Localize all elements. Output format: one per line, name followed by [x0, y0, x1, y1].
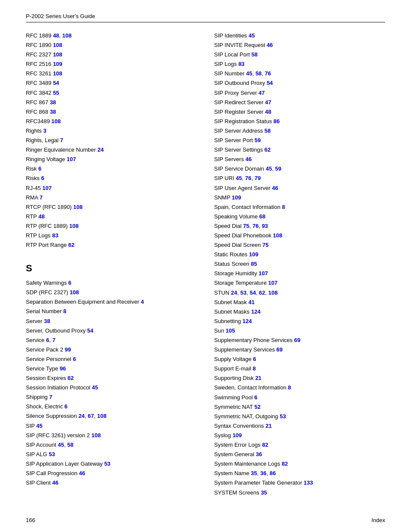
index-link[interactable]: 6: [46, 337, 49, 343]
index-link[interactable]: 46: [79, 470, 85, 476]
index-link[interactable]: 107: [268, 280, 278, 286]
index-link[interactable]: 6: [253, 356, 256, 362]
index-link[interactable]: 45: [58, 442, 64, 448]
index-link[interactable]: 85: [251, 261, 257, 267]
index-link[interactable]: 76: [252, 223, 258, 229]
index-link[interactable]: 109: [53, 61, 62, 67]
index-link[interactable]: 7: [49, 394, 52, 400]
index-link[interactable]: 35: [261, 489, 267, 496]
index-link[interactable]: 53: [104, 460, 110, 467]
index-link[interactable]: 108: [53, 70, 62, 77]
index-link[interactable]: 8: [288, 384, 291, 391]
index-link[interactable]: 58: [255, 70, 262, 77]
index-link[interactable]: 109: [249, 251, 258, 258]
index-link[interactable]: 53: [49, 451, 55, 457]
index-link[interactable]: 3: [43, 128, 46, 134]
index-link[interactable]: 69: [277, 346, 283, 353]
index-link[interactable]: 46: [246, 156, 252, 162]
index-link[interactable]: 46: [52, 479, 58, 486]
index-link[interactable]: 38: [50, 109, 56, 115]
index-link[interactable]: 7: [40, 194, 43, 201]
index-link[interactable]: 107: [67, 156, 76, 162]
index-link[interactable]: 99: [65, 346, 71, 353]
index-link[interactable]: 62: [265, 146, 271, 153]
index-link[interactable]: 6: [73, 356, 76, 362]
index-link[interactable]: 133: [304, 479, 313, 486]
index-link[interactable]: 86: [274, 118, 280, 124]
index-link[interactable]: 59: [275, 165, 281, 172]
index-link[interactable]: 21: [255, 375, 261, 381]
index-link[interactable]: 75: [243, 223, 249, 229]
index-link[interactable]: 62: [259, 289, 265, 296]
index-link[interactable]: 109: [233, 432, 242, 439]
index-link[interactable]: 96: [60, 365, 66, 372]
index-link[interactable]: 108: [53, 42, 62, 48]
index-link[interactable]: 82: [282, 460, 288, 467]
index-link[interactable]: 36: [256, 451, 262, 457]
index-link[interactable]: 54: [87, 327, 93, 334]
index-link[interactable]: 8: [282, 204, 285, 210]
index-link[interactable]: 59: [255, 137, 261, 143]
index-link[interactable]: 52: [254, 404, 260, 410]
index-link[interactable]: 8: [63, 308, 66, 314]
index-link[interactable]: 53: [240, 289, 246, 296]
index-link[interactable]: 58: [67, 442, 73, 448]
index-link[interactable]: 21: [265, 423, 271, 429]
index-link[interactable]: 45: [236, 175, 242, 181]
index-link[interactable]: 105: [226, 327, 235, 334]
index-link[interactable]: 54: [53, 80, 59, 86]
index-link[interactable]: 82: [262, 442, 268, 448]
index-link[interactable]: 24: [78, 413, 84, 419]
index-link[interactable]: 8: [253, 365, 256, 372]
index-link[interactable]: 108: [91, 432, 101, 439]
index-link[interactable]: 35: [251, 470, 257, 476]
index-link[interactable]: 69: [294, 337, 300, 343]
index-link[interactable]: 107: [258, 270, 268, 277]
index-link[interactable]: 45: [249, 32, 255, 39]
index-link[interactable]: 46: [267, 42, 273, 48]
index-link[interactable]: 48: [53, 32, 59, 39]
index-link[interactable]: 75: [262, 242, 268, 248]
index-link[interactable]: 67: [88, 413, 94, 419]
index-link[interactable]: 7: [60, 137, 63, 143]
index-link[interactable]: 79: [255, 175, 261, 181]
index-link[interactable]: 54: [249, 289, 255, 296]
index-link[interactable]: 6: [254, 394, 257, 401]
index-link[interactable]: 58: [251, 51, 257, 58]
index-link[interactable]: 4: [141, 299, 144, 305]
index-link[interactable]: 108: [97, 413, 107, 419]
index-link[interactable]: 108: [62, 32, 72, 39]
index-link[interactable]: 55: [53, 90, 59, 96]
index-link[interactable]: 36: [260, 470, 266, 476]
index-link[interactable]: 38: [50, 99, 56, 106]
index-link[interactable]: 41: [249, 299, 255, 305]
index-link[interactable]: 47: [265, 99, 271, 106]
index-link[interactable]: 124: [243, 318, 252, 324]
index-link[interactable]: 54: [267, 80, 273, 86]
index-link[interactable]: 76: [265, 70, 271, 77]
index-link[interactable]: 45: [266, 165, 272, 172]
index-link[interactable]: 45: [246, 70, 252, 77]
index-link[interactable]: 83: [52, 232, 58, 239]
index-link[interactable]: 38: [44, 318, 50, 324]
index-link[interactable]: 48: [265, 109, 271, 115]
index-link[interactable]: 124: [251, 308, 261, 315]
index-link[interactable]: 107: [42, 185, 52, 191]
index-link[interactable]: 93: [262, 223, 268, 229]
index-link[interactable]: 109: [232, 194, 241, 201]
index-link[interactable]: 45: [36, 423, 42, 429]
index-link[interactable]: 108: [73, 204, 83, 210]
index-link[interactable]: 58: [265, 128, 271, 134]
index-link[interactable]: 108: [51, 118, 61, 124]
index-link[interactable]: 68: [259, 213, 265, 220]
index-link[interactable]: 76: [245, 175, 251, 181]
index-link[interactable]: 24: [97, 146, 103, 153]
index-link[interactable]: 46: [272, 185, 278, 191]
index-link[interactable]: 62: [68, 242, 75, 248]
index-link[interactable]: 45: [92, 384, 98, 391]
index-link[interactable]: 48: [38, 213, 44, 220]
index-link[interactable]: 6: [65, 403, 68, 410]
index-link[interactable]: 108: [268, 289, 278, 296]
index-link[interactable]: 62: [68, 375, 74, 381]
index-link[interactable]: 108: [273, 232, 283, 239]
